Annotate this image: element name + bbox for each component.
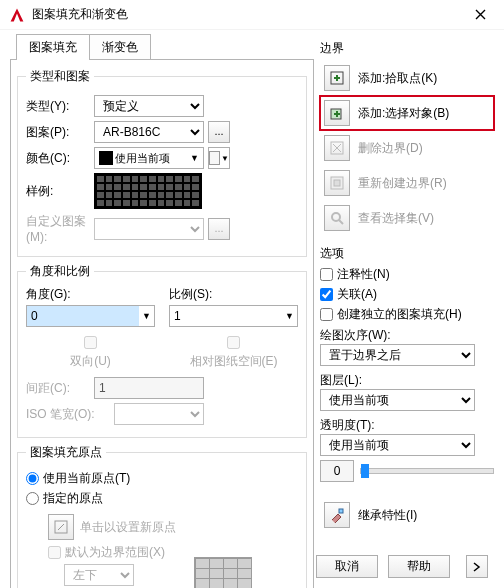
- label-spacing: 间距(C):: [26, 380, 94, 397]
- section-title-boundary: 边界: [320, 40, 494, 57]
- select-color[interactable]: 使用当前项 ▼: [94, 147, 204, 169]
- custom-browse-button: ...: [208, 218, 230, 240]
- checkbox-default-boundary: [48, 546, 61, 559]
- label-transparency: 透明度(T):: [320, 417, 494, 434]
- checkbox-double: [84, 336, 97, 349]
- color-swatch-icon: [99, 151, 113, 165]
- chevron-down-icon: ▼: [190, 153, 199, 163]
- select-draw-order[interactable]: 置于边界之后: [320, 344, 475, 366]
- select-default-pos: 左下: [64, 564, 134, 586]
- chevron-down-icon[interactable]: ▼: [139, 311, 154, 321]
- close-button[interactable]: [458, 1, 502, 29]
- label-custom-pattern: 自定义图案(M):: [26, 213, 94, 244]
- select-objects-icon: [324, 100, 350, 126]
- label-angle: 角度(G):: [26, 286, 155, 303]
- transparency-slider[interactable]: [360, 468, 494, 474]
- radio-use-current-origin[interactable]: [26, 472, 39, 485]
- tab-panel: 类型和图案 类型(Y): 预定义 图案(P): AR-B816C ... 颜色(…: [10, 59, 314, 588]
- label-draw-order: 绘图次序(W):: [320, 327, 494, 344]
- input-spacing: [94, 377, 204, 399]
- set-origin-button: [48, 514, 74, 540]
- view-selection-icon: [324, 205, 350, 231]
- label-color: 颜色(C):: [26, 150, 94, 167]
- chevron-right-icon: [473, 562, 481, 572]
- slider-thumb-icon: [361, 464, 369, 478]
- pattern-browse-button[interactable]: ...: [208, 121, 230, 143]
- label-annotative: 注释性(N): [337, 266, 390, 283]
- label-create-indep: 创建独立的图案填充(H): [337, 306, 462, 323]
- origin-preview: +: [194, 557, 252, 588]
- input-angle[interactable]: [27, 306, 139, 326]
- label-pattern: 图案(P):: [26, 124, 94, 141]
- boundary-delete: 删除边界(D): [320, 131, 494, 165]
- label-sample: 样例:: [26, 183, 94, 200]
- boundary-view-selection: 查看选择集(V): [320, 201, 494, 235]
- pick-point-icon: [324, 65, 350, 91]
- cancel-button[interactable]: 取消: [316, 555, 378, 578]
- input-scale[interactable]: [170, 306, 282, 326]
- select-pattern[interactable]: AR-B816C: [94, 121, 204, 143]
- legend-angle-scale: 角度和比例: [26, 263, 94, 280]
- checkbox-create-indep[interactable]: [320, 308, 333, 321]
- label-default-boundary: 默认为边界范围(X): [65, 544, 165, 561]
- label-click-set-origin: 单击以设置新原点: [80, 519, 176, 536]
- none-swatch-icon: [209, 151, 220, 165]
- label-double: 双向(U): [70, 353, 111, 370]
- select-iso-pen: [114, 403, 204, 425]
- label-iso-pen: ISO 笔宽(O):: [26, 406, 114, 423]
- svg-rect-5: [334, 180, 340, 186]
- boundary-add-select[interactable]: 添加:选择对象(B): [320, 96, 494, 130]
- group-type-pattern: 类型和图案 类型(Y): 预定义 图案(P): AR-B816C ... 颜色(…: [17, 68, 307, 257]
- checkbox-associative[interactable]: [320, 288, 333, 301]
- label-scale: 比例(S):: [169, 286, 298, 303]
- legend-type-pattern: 类型和图案: [26, 68, 94, 85]
- label-use-current-origin: 使用当前原点(T): [43, 470, 130, 487]
- color-secondary-button[interactable]: ▼: [208, 147, 230, 169]
- expand-button[interactable]: [466, 555, 488, 578]
- label-type: 类型(Y):: [26, 98, 94, 115]
- group-angle-scale: 角度和比例 角度(G): ▼ 比例(S): ▼: [17, 263, 307, 438]
- transparency-value: 0: [320, 460, 354, 482]
- select-type[interactable]: 预定义: [94, 95, 204, 117]
- select-layer[interactable]: 使用当前项: [320, 389, 475, 411]
- sample-preview[interactable]: [94, 173, 202, 209]
- label-associative: 关联(A): [337, 286, 377, 303]
- window-title: 图案填充和渐变色: [32, 6, 458, 23]
- boundary-recreate: 重新创建边界(R): [320, 166, 494, 200]
- tab-hatch[interactable]: 图案填充: [16, 34, 90, 60]
- delete-boundary-icon: [324, 135, 350, 161]
- label-specified-origin: 指定的原点: [43, 490, 103, 507]
- select-transparency[interactable]: 使用当前项: [320, 434, 475, 456]
- inherit-properties[interactable]: 继承特性(I): [320, 498, 494, 532]
- radio-specified-origin[interactable]: [26, 492, 39, 505]
- chevron-down-icon[interactable]: ▼: [282, 311, 297, 321]
- checkbox-annotative[interactable]: [320, 268, 333, 281]
- section-title-options: 选项: [320, 245, 494, 262]
- svg-rect-7: [339, 509, 343, 513]
- title-bar: 图案填充和渐变色: [0, 0, 504, 30]
- app-logo-icon: [8, 6, 26, 24]
- group-origin: 图案填充原点 使用当前原点(T) 指定的原点 单击以设置: [17, 444, 307, 588]
- inherit-icon: [324, 502, 350, 528]
- help-button[interactable]: 帮助: [388, 555, 450, 578]
- tab-gradient[interactable]: 渐变色: [89, 34, 151, 60]
- svg-point-6: [332, 213, 340, 221]
- label-layer: 图层(L):: [320, 372, 494, 389]
- select-custom-pattern: [94, 218, 204, 240]
- legend-origin: 图案填充原点: [26, 444, 106, 461]
- chevron-down-icon: ▼: [221, 154, 229, 163]
- tabs: 图案填充 渐变色: [16, 34, 314, 60]
- checkbox-paper-space: [227, 336, 240, 349]
- recreate-boundary-icon: [324, 170, 350, 196]
- boundary-add-pick[interactable]: 添加:拾取点(K): [320, 61, 494, 95]
- label-paper-space: 相对图纸空间(E): [190, 353, 278, 370]
